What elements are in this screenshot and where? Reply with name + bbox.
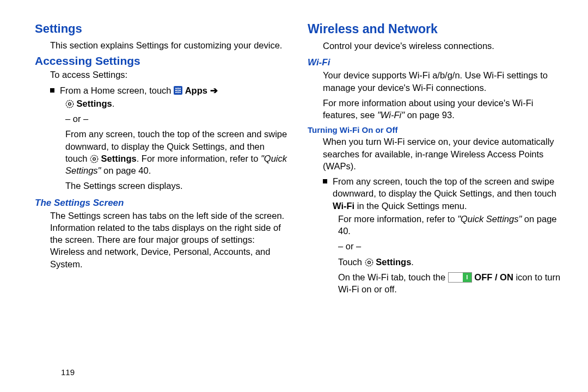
settings-line: Settings. bbox=[35, 97, 288, 109]
svg-point-2 bbox=[90, 155, 97, 162]
left-column: Settings This section explains Settings … bbox=[35, 22, 288, 299]
wifi-p1: Your device supports Wi-Fi a/b/g/n. Use … bbox=[308, 69, 561, 94]
svg-point-4 bbox=[365, 259, 372, 266]
or-label: – or – bbox=[35, 113, 288, 125]
svg-point-3 bbox=[93, 158, 96, 161]
svg-point-0 bbox=[66, 100, 73, 107]
bullet-from-home: From a Home screen, touch Apps ➔ bbox=[35, 84, 288, 96]
heading-wireless: Wireless and Network bbox=[308, 22, 561, 36]
turning-p1: When you turn Wi-Fi service on, your dev… bbox=[308, 136, 561, 172]
heading-accessing: Accessing Settings bbox=[35, 54, 288, 68]
gear-icon bbox=[365, 258, 373, 267]
wifi-p2: For more information about using your de… bbox=[308, 97, 561, 121]
or-label-right: – or – bbox=[308, 240, 561, 252]
to-access-label: To access Settings: bbox=[35, 69, 288, 81]
heading-wifi: Wi-Fi bbox=[308, 57, 561, 68]
more-info: For more information, refer to "Quick Se… bbox=[308, 213, 561, 237]
apps-label: Apps bbox=[185, 85, 207, 95]
page-number: 119 bbox=[61, 367, 75, 377]
bullet-icon bbox=[323, 179, 327, 183]
gear-icon bbox=[90, 155, 99, 163]
settings-screen-body: The Settings screen has tabs on the left… bbox=[35, 210, 288, 270]
apps-icon bbox=[174, 86, 182, 95]
wireless-intro: Control your device's wireless connectio… bbox=[308, 40, 561, 52]
gear-icon bbox=[65, 100, 74, 108]
displays-text: The Settings screen displays. bbox=[35, 180, 288, 192]
arrow-icon: ➔ bbox=[207, 85, 218, 95]
svg-point-1 bbox=[69, 102, 71, 105]
bullet-from-any-screen: From any screen, touch the top of the sc… bbox=[308, 175, 561, 212]
heading-settings: Settings bbox=[35, 22, 288, 36]
svg-point-5 bbox=[367, 261, 370, 264]
touch-settings: Touch Settings. bbox=[308, 256, 561, 268]
toggle-off-on-icon bbox=[448, 272, 472, 283]
from-home-text: From a Home screen, touch bbox=[60, 85, 174, 95]
heading-settings-screen: The Settings Screen bbox=[35, 198, 288, 209]
settings-intro: This section explains Settings for custo… bbox=[35, 39, 288, 51]
heading-turning-wifi: Turning Wi-Fi On or Off bbox=[308, 125, 561, 134]
bullet-icon bbox=[50, 88, 54, 93]
swipe-paragraph: From any screen, touch the top of the sc… bbox=[35, 128, 288, 176]
right-column: Wireless and Network Control your device… bbox=[308, 22, 561, 299]
wifi-tab-line: On the Wi-Fi tab, touch the OFF / ON ico… bbox=[308, 271, 561, 296]
